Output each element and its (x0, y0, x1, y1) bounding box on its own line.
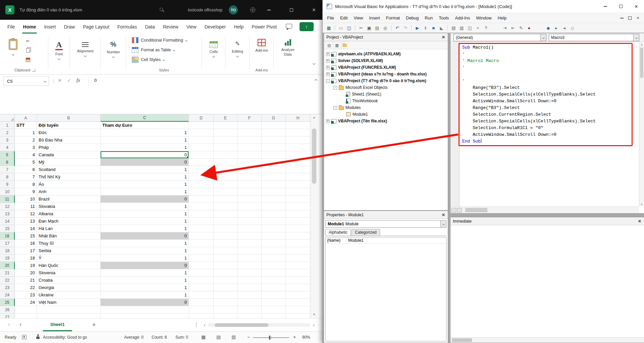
project-tree-item[interactable]: +Solver (SOLVER.XLAM) (324, 57, 448, 64)
project-tree-item[interactable]: -VBAProject (T? d?ng di?n 0 vào ô tr?ng.… (324, 77, 448, 84)
cell-e3[interactable] (214, 136, 237, 144)
vertical-scrollbar[interactable]: ▲ ▼ (311, 114, 317, 318)
breakpoint-icon[interactable]: ● (526, 24, 533, 32)
cell-h2[interactable] (286, 129, 310, 136)
insert-userform-icon[interactable]: ▭ (337, 24, 344, 32)
project-tree-item[interactable]: +VBAProject (Tên file.xlsx) (324, 118, 448, 124)
ribbon-tab-view[interactable]: View (182, 20, 201, 34)
row-header-21[interactable]: 21 (0, 269, 15, 277)
row-header-14[interactable]: 14 (0, 218, 15, 225)
scrollbar-thumb[interactable] (465, 208, 487, 212)
cell-h13[interactable] (286, 210, 310, 218)
ribbon-tab-insert[interactable]: Insert (40, 20, 60, 34)
search-icon[interactable] (160, 8, 163, 11)
cell-h10[interactable] (286, 188, 310, 195)
project-explorer-icon[interactable]: ▤ (450, 24, 457, 32)
cell-h4[interactable] (286, 144, 310, 151)
cell-a3[interactable]: 2 (15, 136, 37, 144)
cell-h11[interactable] (286, 195, 310, 203)
cell-g22[interactable] (262, 277, 286, 284)
cell-f6[interactable] (237, 159, 262, 166)
cell-c11[interactable]: 0 (101, 195, 189, 203)
column-header-c[interactable]: C (101, 114, 189, 122)
cell-e12[interactable] (214, 203, 237, 210)
immediate-input[interactable] (450, 225, 644, 337)
prev-bookmark-icon[interactable]: ◂ (561, 24, 568, 32)
cell-e16[interactable] (214, 232, 237, 240)
cell-d7[interactable] (189, 166, 214, 173)
cell-b1[interactable]: Đội tuyển (37, 122, 101, 129)
cell-c16[interactable]: 0 (101, 232, 189, 240)
normal-view-icon[interactable]: ▦ (201, 334, 206, 340)
project-tree-item[interactable]: -Modules (324, 104, 448, 111)
cell-b23[interactable]: Georgia (37, 284, 101, 291)
cell-b17[interactable]: Thuỵ Sĩ (37, 240, 101, 247)
cell-e9[interactable] (214, 181, 237, 188)
scroll-right-icon[interactable]: › (310, 322, 317, 328)
cell-h16[interactable] (286, 232, 310, 240)
cell-d19[interactable] (189, 254, 214, 262)
redo-icon[interactable]: ↷ (402, 24, 409, 32)
font-group-button[interactable]: A Font (50, 35, 68, 73)
immediate-horizontal-scrollbar[interactable] (450, 337, 644, 343)
cell-g1[interactable] (262, 122, 286, 129)
tree-toggle-icon[interactable]: + (326, 72, 330, 76)
cell-f18[interactable] (237, 247, 262, 254)
procedure-dropdown[interactable]: Macro3 (549, 34, 639, 41)
cell-g10[interactable] (262, 188, 286, 195)
zoom-slider[interactable] (253, 337, 289, 338)
cell-b8[interactable]: Thổ Nhĩ Kỳ (37, 173, 101, 181)
row-header-17[interactable]: 17 (0, 240, 15, 247)
scrollbar-thumb[interactable] (640, 48, 643, 78)
cell-h9[interactable] (286, 181, 310, 188)
cell-a14[interactable]: 13 (15, 218, 37, 225)
cell-g26[interactable] (262, 306, 286, 313)
analyze-data-button[interactable]: Analyze Data (275, 35, 301, 57)
properties-window-icon[interactable]: ▥ (458, 24, 465, 32)
column-header-e[interactable]: E (214, 114, 237, 122)
cell-e14[interactable] (214, 218, 237, 225)
cell-d4[interactable] (189, 144, 214, 151)
cell-c13[interactable]: 1 (101, 210, 189, 218)
sheet-tab-sheet1[interactable]: Sheet1 (43, 319, 72, 331)
cell-g23[interactable] (262, 284, 286, 291)
tree-toggle-icon[interactable]: + (326, 119, 330, 123)
cell-b25[interactable]: Việt Nam (37, 299, 101, 306)
cell-f27[interactable] (237, 313, 262, 318)
cell-e4[interactable] (214, 144, 237, 151)
cell-f24[interactable] (237, 291, 262, 299)
cell-c2[interactable]: 1 (101, 129, 189, 136)
project-tree-item[interactable]: +Module1 (324, 111, 448, 118)
cell-g2[interactable] (262, 129, 286, 136)
chevron-down-icon[interactable] (633, 34, 639, 41)
cell-h17[interactable] (286, 240, 310, 247)
alignment-group-button[interactable]: Alignment (71, 35, 99, 73)
cell-h15[interactable] (286, 225, 310, 232)
cell-g18[interactable] (262, 247, 286, 254)
scrollbar-thumb[interactable] (215, 323, 268, 327)
chevron-down-icon[interactable] (440, 221, 446, 227)
cell-c23[interactable]: 1 (101, 284, 189, 291)
cell-h1[interactable] (286, 122, 310, 129)
cell-h20[interactable] (286, 262, 310, 269)
cells-group-button[interactable]: Cells (203, 35, 224, 73)
menu-view[interactable]: View (351, 13, 366, 23)
row-header-25[interactable]: 25 (0, 299, 15, 306)
paste-icon[interactable]: ▤ (374, 24, 381, 32)
cell-c1[interactable]: Tham dự Euro (101, 122, 189, 129)
ribbon-tab-help[interactable]: Help (230, 20, 248, 34)
cell-e27[interactable] (214, 313, 237, 318)
cell-h14[interactable] (286, 218, 310, 225)
view-excel-icon[interactable]: ▦ (325, 24, 332, 32)
row-header-2[interactable]: 2 (0, 129, 15, 136)
cell-b7[interactable]: Scotland (37, 166, 101, 173)
format-as-table-button[interactable]: Format as Table (128, 46, 200, 54)
scroll-down-icon[interactable]: ▼ (639, 203, 644, 206)
cell-b13[interactable]: Albania (37, 210, 101, 218)
share-button[interactable]: ↑ (300, 22, 314, 31)
view-object-icon[interactable]: ▦ (334, 42, 340, 48)
row-header-11[interactable]: 11 (0, 195, 15, 203)
menu-add-ins[interactable]: Add-Ins (452, 13, 473, 23)
cell-h6[interactable] (286, 159, 310, 166)
ribbon-tab-formulas[interactable]: Formulas (113, 20, 141, 34)
